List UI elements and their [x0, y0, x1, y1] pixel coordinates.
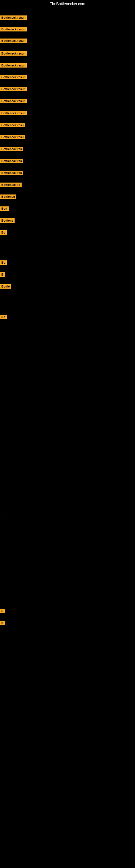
bottleneck-result-item: Bottleneck result: [0, 27, 27, 33]
bottleneck-result-item: Bottleneck res: [0, 147, 23, 152]
bottleneck-result-item: Bottleneck resu: [0, 123, 25, 128]
bottleneck-result-item: Bott: [0, 207, 9, 212]
bottleneck-badge: Bo: [0, 260, 7, 265]
vertical-line-marker: |: [1, 516, 2, 520]
bottleneck-badge: Bottlene: [0, 218, 14, 223]
bottleneck-badge: Bottleneck res: [0, 159, 23, 163]
bottleneck-badge: Bo: [0, 230, 7, 235]
bottleneck-badge: Bottleneck result: [0, 63, 27, 67]
bottleneck-badge: Bottle: [0, 284, 11, 289]
bottleneck-badge: B: [0, 272, 5, 277]
bottleneck-result-item: Bo: [0, 315, 7, 320]
bottleneck-result-item: Bottlene: [0, 218, 14, 224]
bottleneck-result-item: Bottleneck res: [0, 159, 23, 164]
bottleneck-badge: B: [0, 609, 5, 613]
bottleneck-result-item: Bottleneck resu: [0, 135, 25, 140]
bottleneck-result-item: Bottlenec: [0, 194, 16, 200]
bottleneck-badge: Bottleneck res: [0, 170, 23, 175]
bottleneck-badge: Bottleneck resu: [0, 123, 25, 127]
bottleneck-result-item: Bottleneck result: [0, 99, 27, 104]
bottleneck-badge: Bottleneck result: [0, 99, 27, 103]
bottleneck-result-item: Bottleneck result: [0, 63, 27, 69]
bottleneck-badge: Bottleneck result: [0, 38, 27, 43]
bottleneck-result-item: Bottleneck res: [0, 170, 23, 176]
bottleneck-badge: Bottleneck result: [0, 51, 27, 56]
bottleneck-result-item: Bo: [0, 230, 7, 236]
site-title: TheBottlenecker.com: [0, 1, 135, 7]
bottleneck-badge: Bottleneck result: [0, 16, 27, 20]
bottleneck-result-item: B: [0, 272, 5, 278]
bottleneck-badge: Bottleneck result: [0, 75, 27, 79]
bottleneck-badge: Bottleneck res: [0, 147, 23, 151]
vertical-line-marker: |: [1, 597, 2, 601]
bottleneck-badge: Bottleneck re: [0, 183, 21, 187]
bottleneck-badge: Bott: [0, 207, 9, 211]
bottleneck-badge: Bottleneck result: [0, 87, 27, 91]
bottleneck-result-item: Bottleneck result: [0, 16, 27, 21]
bottleneck-result-item: Bottle: [0, 284, 11, 290]
bottleneck-badge: Bottlenec: [0, 194, 16, 199]
bottleneck-badge: Bottleneck result: [0, 27, 27, 31]
bottleneck-result-item: Bottleneck re: [0, 183, 21, 188]
bottleneck-badge: Bottleneck resu: [0, 135, 25, 139]
bottleneck-result-item: B: [0, 609, 5, 614]
bottleneck-result-item: B: [0, 621, 5, 626]
bottleneck-result-item: Bottleneck result: [0, 87, 27, 92]
bottleneck-result-item: Bottleneck result: [0, 111, 27, 116]
bottleneck-result-item: Bottleneck result: [0, 51, 27, 57]
bottleneck-badge: Bo: [0, 315, 7, 319]
bottleneck-badge: Bottleneck result: [0, 111, 27, 115]
bottleneck-result-item: Bo: [0, 260, 7, 266]
bottleneck-badge: B: [0, 621, 5, 625]
bottleneck-result-item: Bottleneck result: [0, 38, 27, 44]
bottleneck-result-item: Bottleneck result: [0, 75, 27, 80]
